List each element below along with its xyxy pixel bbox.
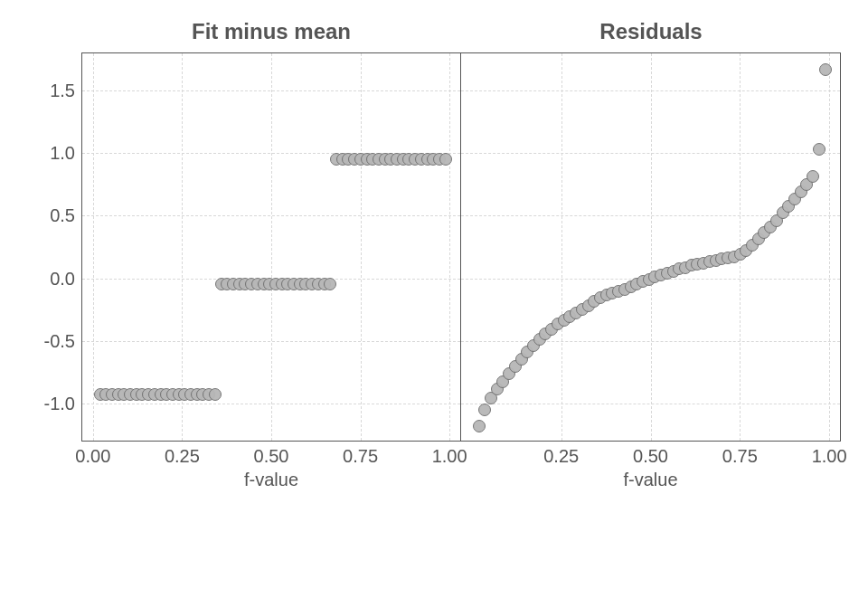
x-tick-label: 0.75: [343, 441, 378, 467]
data-point: [813, 143, 826, 156]
x-tick-label: 1.00: [432, 441, 467, 467]
x-tick-label: 0.50: [254, 441, 289, 467]
x-tick-label: 0.25: [543, 441, 579, 467]
gridline-v: [829, 53, 830, 441]
y-tick-label: -0.5: [44, 330, 82, 351]
gridline-v: [449, 53, 450, 441]
data-point: [478, 404, 491, 416]
x-tick-label: 0.00: [75, 441, 110, 467]
gridline-v: [93, 53, 94, 441]
gridline-v: [182, 53, 183, 441]
chart-container: Fit minus mean Residuals f-value -1.0-0.…: [27, 18, 841, 489]
y-tick-label: 0.0: [50, 268, 82, 289]
gridline-v: [561, 53, 562, 441]
x-tick-label: 1.00: [812, 441, 847, 467]
gridline-v: [651, 53, 652, 441]
panel-residuals: f-value 0.250.500.751.00: [461, 52, 841, 442]
y-tick-label: 1.5: [50, 81, 82, 101]
x-tick-label: 0.25: [165, 441, 200, 467]
y-tick-label: 1.0: [50, 143, 82, 164]
gridline-v: [361, 53, 362, 441]
facet-title-right: Residuals: [461, 18, 841, 45]
x-tick-label: 0.50: [633, 441, 668, 467]
data-point: [324, 278, 336, 290]
data-point: [439, 153, 452, 166]
y-tick-label: -1.0: [44, 393, 82, 413]
data-point: [473, 420, 486, 432]
data-point: [209, 388, 222, 401]
gridline-v: [271, 53, 272, 441]
panel-fit-minus-mean: f-value -1.0-0.50.00.51.01.50.000.250.50…: [81, 52, 461, 442]
y-tick-label: 0.5: [50, 205, 82, 226]
data-point: [807, 170, 819, 183]
x-tick-label: 0.75: [722, 441, 758, 467]
facet-title-left: Fit minus mean: [81, 18, 461, 45]
data-point: [819, 63, 832, 76]
